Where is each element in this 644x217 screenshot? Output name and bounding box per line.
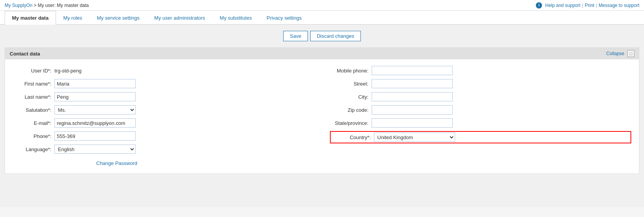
message-support-link[interactable]: Message to support [599,3,639,8]
right-column: Mobile phone: Street: City: Zip code: [330,66,632,167]
phone-row: Phone*: [13,131,314,141]
help-support-link[interactable]: Help and support [545,3,580,8]
contact-data-section: Contact data Collapse □ User ID*: trg-st… [5,47,639,174]
city-input[interactable] [372,92,453,101]
last-name-input[interactable] [54,92,136,101]
salutation-select[interactable]: Ms. Mr. Dr. Prof. [54,105,136,114]
tab-my-substitutes[interactable]: My substitutes [212,11,259,25]
info-icon: i [536,2,542,8]
breadcrumb-parent[interactable]: My SupplyOn [5,3,32,8]
tab-my-service-settings[interactable]: My service settings [90,11,147,25]
zip-code-input[interactable] [372,105,453,114]
user-id-value: trg-std-peng [54,68,82,74]
email-input[interactable] [54,118,136,128]
tabs-bar: My master data My roles My service setti… [0,11,644,25]
zip-code-label: Zip code: [330,107,369,113]
action-row: Save Discard changes [5,31,639,41]
main-content: Save Discard changes Contact data Collap… [0,25,644,207]
last-name-row: Last name*: [13,92,314,102]
section-title: Contact data [10,51,40,57]
mobile-phone-label: Mobile phone: [330,68,369,74]
top-links: i Help and support | Print | Message to … [536,2,639,8]
email-row: E-mail*: [13,118,314,128]
language-row: Language*: English German French Spanish [13,144,314,154]
salutation-row: Salutation*: Ms. Mr. Dr. Prof. [13,105,314,115]
street-label: Street: [330,81,369,87]
phone-input[interactable] [54,131,136,141]
print-link[interactable]: Print [585,3,595,8]
phone-label: Phone*: [13,133,51,139]
state-province-row: State/province: [330,118,632,128]
breadcrumb-current: My user: My master data [38,3,89,8]
collapse-icon[interactable]: □ [627,50,634,57]
user-id-label: User ID*: [13,68,51,74]
tab-privacy-settings[interactable]: Privacy settings [259,11,309,25]
state-province-label: State/province: [330,120,369,126]
section-header: Contact data Collapse □ [5,48,639,59]
city-row: City: [330,92,632,102]
user-id-row: User ID*: trg-std-peng [13,66,314,76]
country-label: Country*: [332,135,371,140]
first-name-row: First name*: [13,79,314,89]
language-select[interactable]: English German French Spanish [54,145,136,154]
language-label: Language*: [13,146,51,152]
collapse-link[interactable]: Collapse [606,51,624,56]
breadcrumb-separator: > [34,3,37,8]
section-header-right: Collapse □ [606,50,634,57]
email-label: E-mail*: [13,120,51,126]
left-column: User ID*: trg-std-peng First name*: Last… [13,66,314,167]
zip-code-row: Zip code: [330,105,632,115]
first-name-input[interactable] [54,79,136,88]
city-label: City: [330,94,369,100]
tab-my-roles[interactable]: My roles [56,11,90,25]
tab-my-master-data[interactable]: My master data [5,11,56,25]
section-body: User ID*: trg-std-peng First name*: Last… [5,59,639,173]
country-row: Country*: United Kingdom Germany France … [330,131,632,143]
tab-my-user-administrators[interactable]: My user administrators [147,11,212,25]
discard-changes-button[interactable]: Discard changes [310,31,361,41]
last-name-label: Last name*: [13,94,51,100]
breadcrumb: My SupplyOn > My user: My master data [5,3,89,8]
salutation-label: Salutation*: [13,107,51,113]
change-password-link[interactable]: Change Password [96,160,137,166]
street-input[interactable] [372,79,453,88]
mobile-phone-row: Mobile phone: [330,66,632,76]
country-select[interactable]: United Kingdom Germany France United Sta… [374,133,455,142]
save-button[interactable]: Save [283,31,308,41]
state-province-input[interactable] [372,118,453,128]
change-password-row: Change Password [13,157,314,167]
mobile-phone-input[interactable] [372,66,453,75]
first-name-label: First name*: [13,81,51,87]
top-bar: My SupplyOn > My user: My master data i … [0,0,644,11]
street-row: Street: [330,79,632,89]
